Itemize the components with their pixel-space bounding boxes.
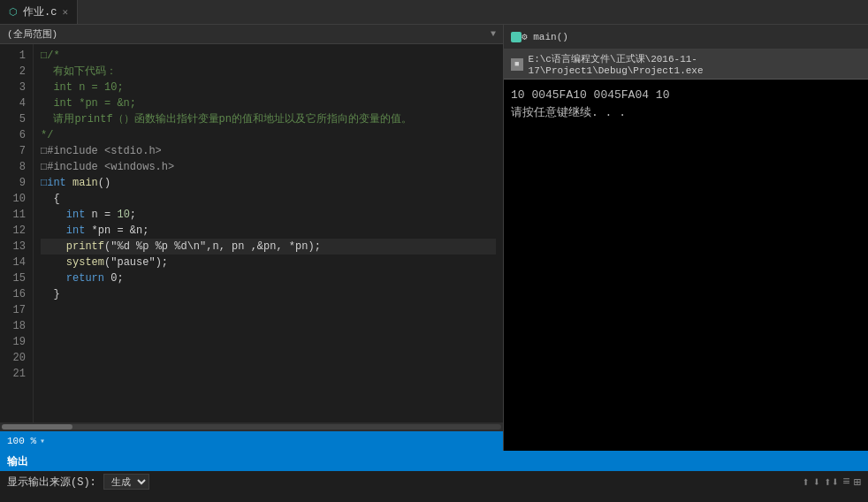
line-number: 1 (0, 48, 33, 64)
right-tab-icon (511, 32, 522, 42)
code-line: int n = 10; (41, 207, 496, 223)
console-line-1: 10 0045FA10 0045FA04 10 (511, 87, 861, 104)
scroll-thumb[interactable] (2, 424, 72, 430)
tab-bar: ⬡ 作业.c ✕ (0, 0, 868, 25)
output-toolbar: 显示输出来源(S): 生成 调试 常规 ⬆ ⬇ ⬆⬇ ≡ ⊞ (0, 471, 868, 492)
output-icon-1[interactable]: ⬆ (802, 475, 809, 490)
line-numbers: 123456789101112131415161718192021 (0, 44, 34, 422)
console-window-icon: ■ (511, 58, 523, 71)
code-content[interactable]: □/* 有如下代码： int n = 10; int *pn = &n; 请用p… (34, 44, 503, 422)
tab-label: 作业.c (23, 4, 57, 19)
code-line: } (41, 286, 496, 302)
code-line: int n = 10; (41, 80, 496, 95)
zoom-arrow[interactable]: ▾ (40, 436, 45, 446)
output-toolbar-icons: ⬆ ⬇ ⬆⬇ ≡ ⊞ (802, 475, 861, 490)
line-number: 6 (0, 127, 33, 143)
console-path: E:\c语言编程文件\正式课\2016-11-17\Project1\Debug… (529, 52, 861, 76)
line-number: 21 (0, 366, 33, 382)
output-icon-2[interactable]: ⬇ (813, 475, 820, 490)
code-line: 有如下代码： (41, 64, 496, 80)
file-icon: ⬡ (9, 6, 18, 18)
console-line-2: 请按任意键继续. . . (511, 104, 861, 122)
console-body: 10 0045FA10 0045FA04 10 请按任意键继续. . . (504, 80, 868, 451)
right-tab-label: ⚙ main() (522, 31, 568, 42)
line-number: 8 (0, 159, 33, 175)
editor-header: (全局范围) ▼ (0, 25, 503, 44)
code-line: 请用printf（）函数输出指针变量pn的值和地址以及它所指向的变量的值。 (41, 111, 496, 127)
tab-close-icon[interactable]: ✕ (62, 6, 68, 18)
line-number: 20 (0, 350, 33, 366)
code-line: return 0; (41, 270, 496, 286)
line-number: 11 (0, 207, 33, 223)
console-pane: ⚙ main() ■ E:\c语言编程文件\正式课\2016-11-17\Pro… (504, 25, 868, 451)
code-line: system("pause"); (41, 255, 496, 270)
output-icon-3[interactable]: ⬆⬇ (824, 475, 839, 490)
scope-label: (全局范围) (7, 27, 57, 41)
line-number: 5 (0, 111, 33, 127)
scope-arrow: ▼ (491, 29, 496, 39)
line-number: 19 (0, 334, 33, 350)
line-number: 15 (0, 270, 33, 286)
output-icon-4[interactable]: ≡ (842, 475, 849, 490)
output-source-select[interactable]: 生成 调试 常规 (103, 474, 149, 490)
line-number: 18 (0, 318, 33, 334)
zoom-bar: 100 % ▾ (0, 431, 503, 451)
line-number: 3 (0, 80, 33, 95)
output-header: 输出 (0, 453, 868, 471)
right-header: ⚙ main() (504, 25, 868, 49)
line-number: 12 (0, 223, 33, 239)
line-number: 14 (0, 255, 33, 270)
line-number: 17 (0, 302, 33, 318)
code-line: */ (41, 127, 496, 143)
code-line: □/* (41, 48, 496, 64)
scroll-track[interactable] (2, 424, 501, 430)
code-line: printf("%d %p %p %d\n",n, pn ,&pn, *pn); (41, 239, 496, 255)
line-number: 16 (0, 286, 33, 302)
line-number: 7 (0, 143, 33, 159)
code-line: □int main() (41, 175, 496, 191)
output-icon-5[interactable]: ⊞ (854, 475, 861, 490)
line-number: 10 (0, 191, 33, 207)
code-line: □#include <windows.h> (41, 159, 496, 175)
zoom-label: 100 % (7, 436, 36, 446)
line-number: 13 (0, 239, 33, 255)
line-number: 2 (0, 64, 33, 80)
code-line: { (41, 191, 496, 207)
line-number: 9 (0, 175, 33, 191)
code-line: int *pn = &n; (41, 223, 496, 239)
main-area: (全局范围) ▼ 1234567891011121314151617181920… (0, 25, 868, 451)
code-area[interactable]: 123456789101112131415161718192021 □/* 有如… (0, 44, 503, 422)
code-line: □#include <stdio.h> (41, 143, 496, 159)
line-number: 4 (0, 95, 33, 111)
code-line: int *pn = &n; (41, 95, 496, 111)
console-titlebar: ■ E:\c语言编程文件\正式课\2016-11-17\Project1\Deb… (504, 49, 868, 80)
editor-tab[interactable]: ⬡ 作业.c ✕ (0, 0, 78, 24)
output-panel: 输出 显示输出来源(S): 生成 调试 常规 ⬆ ⬇ ⬆⬇ ≡ ⊞ (0, 451, 868, 502)
output-source-label: 显示输出来源(S): (7, 475, 96, 490)
horizontal-scrollbar[interactable] (0, 422, 503, 431)
editor-pane: (全局范围) ▼ 1234567891011121314151617181920… (0, 25, 504, 451)
